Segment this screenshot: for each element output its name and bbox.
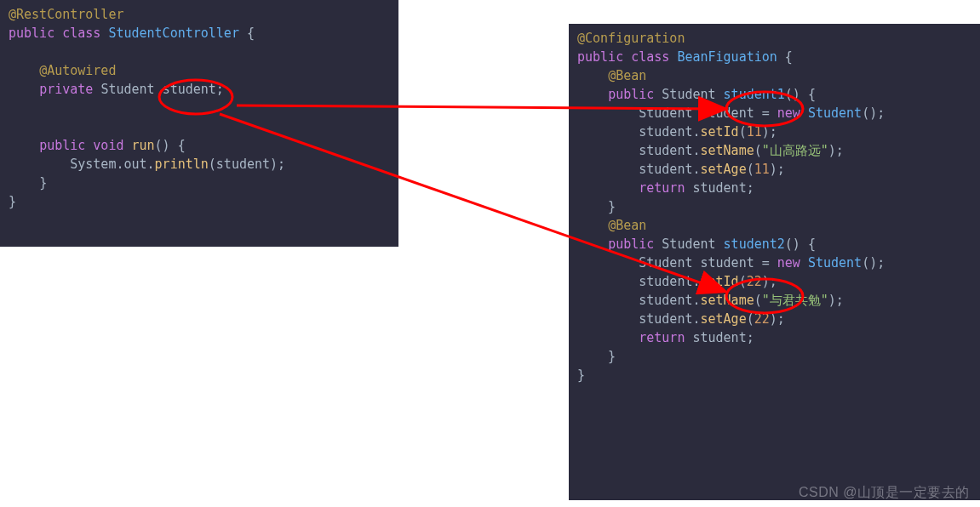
annotation-configuration: @Configuration — [577, 31, 685, 46]
autowired-field-student: student — [163, 82, 216, 97]
annotation-bean-1: @Bean — [608, 68, 646, 83]
bean-method-student2: student2 — [724, 236, 785, 252]
method-run: run — [132, 138, 155, 153]
annotation-autowired: @Autowired — [39, 63, 116, 78]
annotation-restcontroller: @RestController — [9, 7, 123, 22]
bean-method-student1: student1 — [724, 87, 785, 102]
annotation-bean-2: @Bean — [608, 218, 646, 233]
class-name-right: BeanFiguation — [677, 49, 777, 65]
class-name-left: StudentController — [108, 26, 239, 41]
code-block-right: @Configuration public class BeanFiguatio… — [569, 24, 980, 500]
csdn-watermark: CSDN @山顶是一定要去的 — [799, 484, 970, 502]
code-block-left: @RestController public class StudentCont… — [0, 0, 398, 247]
